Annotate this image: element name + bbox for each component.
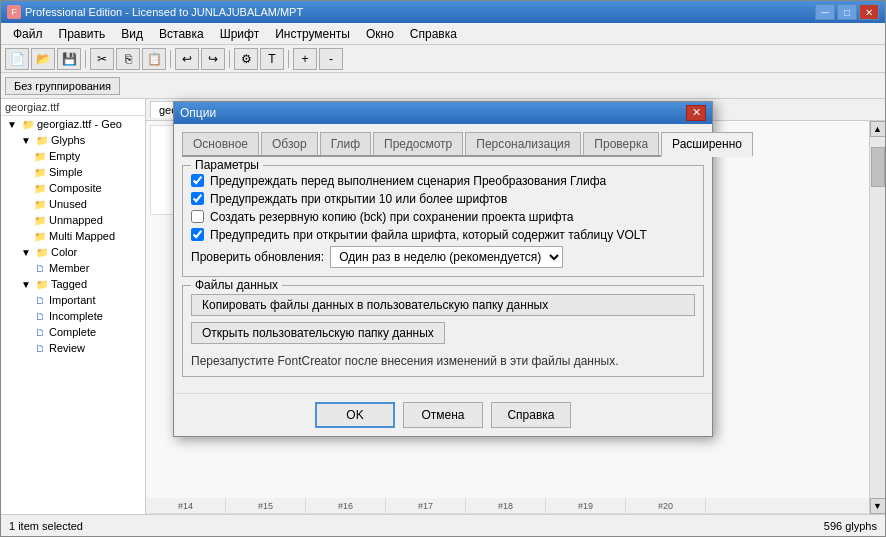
checkbox-1[interactable]	[191, 174, 204, 187]
ok-button[interactable]: OK	[315, 402, 395, 428]
dialog-body: Основное Обзор Глиф Предосмотр Персонали…	[174, 124, 712, 393]
tab-advanced[interactable]: Расширенно	[661, 132, 753, 157]
checkbox-row-1: Предупреждать перед выполнением сценария…	[191, 174, 695, 188]
dialog-title: Опции	[180, 106, 686, 120]
checkbox-3[interactable]	[191, 210, 204, 223]
dialog-footer: OK Отмена Справка	[174, 393, 712, 436]
copy-data-files-button[interactable]: Копировать файлы данных в пользовательск…	[191, 294, 695, 316]
checkbox-2[interactable]	[191, 192, 204, 205]
tab-glyph[interactable]: Глиф	[320, 132, 371, 155]
params-section: Параметры Предупреждать перед выполнение…	[182, 165, 704, 277]
data-files-label: Файлы данных	[191, 278, 282, 292]
update-row: Проверить обновления: Один раз в неделю …	[191, 246, 695, 268]
checkbox-4[interactable]	[191, 228, 204, 241]
update-select[interactable]: Один раз в неделю (рекомендуется)	[330, 246, 563, 268]
checkbox-row-3: Создать резервную копию (bck) при сохран…	[191, 210, 695, 224]
cancel-button[interactable]: Отмена	[403, 402, 483, 428]
checkbox-row-4: Предупредить при открытии файла шрифта, …	[191, 228, 695, 242]
dialog-title-bar: Опции ✕	[174, 102, 712, 124]
tab-preview[interactable]: Предосмотр	[373, 132, 463, 155]
tab-basic[interactable]: Основное	[182, 132, 259, 155]
checkbox-row-2: Предупреждать при открытии 10 или более …	[191, 192, 695, 206]
dialog-close-button[interactable]: ✕	[686, 105, 706, 121]
checkbox-label-1: Предупреждать перед выполнением сценария…	[210, 174, 606, 188]
help-button[interactable]: Справка	[491, 402, 571, 428]
dialog-tabs: Основное Обзор Глиф Предосмотр Персонали…	[182, 132, 704, 157]
options-dialog: Опции ✕ Основное Обзор Глиф Предосмотр П…	[173, 101, 713, 437]
checkbox-label-3: Создать резервную копию (bck) при сохран…	[210, 210, 574, 224]
restart-notice: Перезапустите FontCreator после внесения…	[191, 354, 695, 368]
modal-overlay: Опции ✕ Основное Обзор Глиф Предосмотр П…	[0, 0, 886, 537]
data-files-section: Файлы данных Копировать файлы данных в п…	[182, 285, 704, 377]
open-data-folder-button[interactable]: Открыть пользовательскую папку данных	[191, 322, 445, 344]
tab-personalize[interactable]: Персонализация	[465, 132, 581, 155]
checkbox-label-2: Предупреждать при открытии 10 или более …	[210, 192, 507, 206]
checkbox-label-4: Предупредить при открытии файла шрифта, …	[210, 228, 647, 242]
tab-check[interactable]: Проверка	[583, 132, 659, 155]
tab-overview[interactable]: Обзор	[261, 132, 318, 155]
update-label: Проверить обновления:	[191, 250, 324, 264]
params-section-label: Параметры	[191, 158, 263, 172]
